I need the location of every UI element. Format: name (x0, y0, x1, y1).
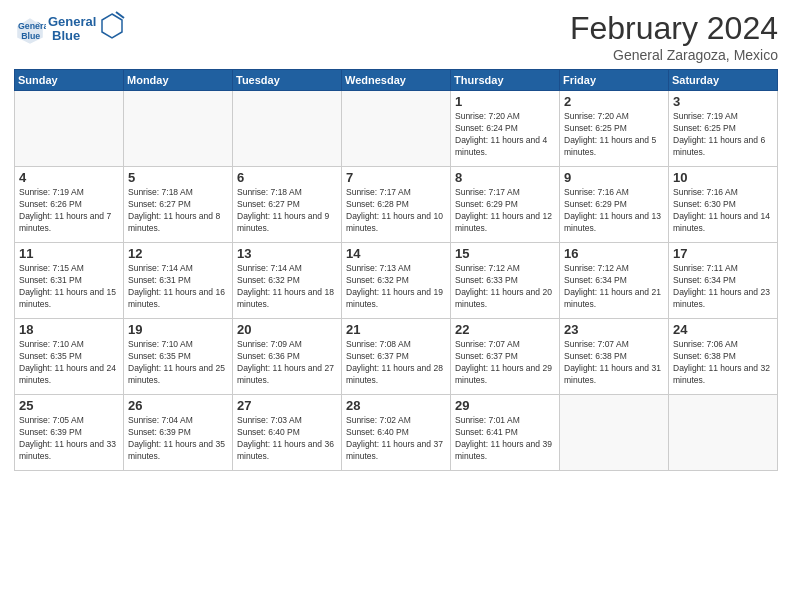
day-number: 6 (237, 170, 337, 185)
calendar-day-cell: 25Sunrise: 7:05 AMSunset: 6:39 PMDayligh… (15, 395, 124, 471)
weekday-header: Friday (560, 70, 669, 91)
day-number: 22 (455, 322, 555, 337)
calendar-day-cell: 7Sunrise: 7:17 AMSunset: 6:28 PMDaylight… (342, 167, 451, 243)
calendar-day-cell: 1Sunrise: 7:20 AMSunset: 6:24 PMDaylight… (451, 91, 560, 167)
calendar-page: General Blue General Blue February 2024 … (0, 0, 792, 612)
day-info: Sunrise: 7:11 AMSunset: 6:34 PMDaylight:… (673, 263, 773, 311)
calendar-day-cell: 19Sunrise: 7:10 AMSunset: 6:35 PMDayligh… (124, 319, 233, 395)
calendar-day-cell: 17Sunrise: 7:11 AMSunset: 6:34 PMDayligh… (669, 243, 778, 319)
day-info: Sunrise: 7:19 AMSunset: 6:25 PMDaylight:… (673, 111, 773, 159)
day-info: Sunrise: 7:06 AMSunset: 6:38 PMDaylight:… (673, 339, 773, 387)
calendar-day-cell: 22Sunrise: 7:07 AMSunset: 6:37 PMDayligh… (451, 319, 560, 395)
day-info: Sunrise: 7:17 AMSunset: 6:28 PMDaylight:… (346, 187, 446, 235)
day-number: 3 (673, 94, 773, 109)
calendar-subtitle: General Zaragoza, Mexico (570, 47, 778, 63)
day-number: 14 (346, 246, 446, 261)
day-number: 5 (128, 170, 228, 185)
calendar-day-cell (15, 91, 124, 167)
day-number: 13 (237, 246, 337, 261)
day-number: 24 (673, 322, 773, 337)
calendar-day-cell: 3Sunrise: 7:19 AMSunset: 6:25 PMDaylight… (669, 91, 778, 167)
day-info: Sunrise: 7:17 AMSunset: 6:29 PMDaylight:… (455, 187, 555, 235)
day-number: 27 (237, 398, 337, 413)
day-number: 1 (455, 94, 555, 109)
day-info: Sunrise: 7:16 AMSunset: 6:29 PMDaylight:… (564, 187, 664, 235)
day-info: Sunrise: 7:14 AMSunset: 6:31 PMDaylight:… (128, 263, 228, 311)
calendar-day-cell: 15Sunrise: 7:12 AMSunset: 6:33 PMDayligh… (451, 243, 560, 319)
calendar-week-row: 18Sunrise: 7:10 AMSunset: 6:35 PMDayligh… (15, 319, 778, 395)
day-info: Sunrise: 7:07 AMSunset: 6:38 PMDaylight:… (564, 339, 664, 387)
calendar-title: February 2024 (570, 10, 778, 47)
calendar-day-cell: 5Sunrise: 7:18 AMSunset: 6:27 PMDaylight… (124, 167, 233, 243)
day-info: Sunrise: 7:20 AMSunset: 6:24 PMDaylight:… (455, 111, 555, 159)
day-info: Sunrise: 7:07 AMSunset: 6:37 PMDaylight:… (455, 339, 555, 387)
calendar-day-cell: 28Sunrise: 7:02 AMSunset: 6:40 PMDayligh… (342, 395, 451, 471)
day-number: 8 (455, 170, 555, 185)
calendar-day-cell: 27Sunrise: 7:03 AMSunset: 6:40 PMDayligh… (233, 395, 342, 471)
day-number: 4 (19, 170, 119, 185)
day-number: 11 (19, 246, 119, 261)
calendar-day-cell (669, 395, 778, 471)
calendar-day-cell: 21Sunrise: 7:08 AMSunset: 6:37 PMDayligh… (342, 319, 451, 395)
calendar-day-cell: 13Sunrise: 7:14 AMSunset: 6:32 PMDayligh… (233, 243, 342, 319)
day-info: Sunrise: 7:14 AMSunset: 6:32 PMDaylight:… (237, 263, 337, 311)
calendar-day-cell: 6Sunrise: 7:18 AMSunset: 6:27 PMDaylight… (233, 167, 342, 243)
day-info: Sunrise: 7:18 AMSunset: 6:27 PMDaylight:… (128, 187, 228, 235)
calendar-day-cell: 14Sunrise: 7:13 AMSunset: 6:32 PMDayligh… (342, 243, 451, 319)
logo: General Blue General Blue (14, 10, 128, 52)
svg-text:Blue: Blue (52, 28, 80, 43)
day-number: 18 (19, 322, 119, 337)
day-number: 20 (237, 322, 337, 337)
day-number: 15 (455, 246, 555, 261)
calendar-day-cell: 9Sunrise: 7:16 AMSunset: 6:29 PMDaylight… (560, 167, 669, 243)
calendar-day-cell: 10Sunrise: 7:16 AMSunset: 6:30 PMDayligh… (669, 167, 778, 243)
logo-icon: General Blue (14, 15, 46, 47)
calendar-day-cell (233, 91, 342, 167)
calendar-day-cell: 18Sunrise: 7:10 AMSunset: 6:35 PMDayligh… (15, 319, 124, 395)
calendar-day-cell: 23Sunrise: 7:07 AMSunset: 6:38 PMDayligh… (560, 319, 669, 395)
calendar-week-row: 11Sunrise: 7:15 AMSunset: 6:31 PMDayligh… (15, 243, 778, 319)
day-info: Sunrise: 7:02 AMSunset: 6:40 PMDaylight:… (346, 415, 446, 463)
day-number: 21 (346, 322, 446, 337)
day-info: Sunrise: 7:15 AMSunset: 6:31 PMDaylight:… (19, 263, 119, 311)
svg-text:Blue: Blue (21, 31, 40, 41)
weekday-header: Tuesday (233, 70, 342, 91)
weekday-header: Saturday (669, 70, 778, 91)
svg-text:General: General (48, 14, 96, 29)
calendar-day-cell: 26Sunrise: 7:04 AMSunset: 6:39 PMDayligh… (124, 395, 233, 471)
day-info: Sunrise: 7:01 AMSunset: 6:41 PMDaylight:… (455, 415, 555, 463)
calendar-day-cell: 24Sunrise: 7:06 AMSunset: 6:38 PMDayligh… (669, 319, 778, 395)
day-info: Sunrise: 7:10 AMSunset: 6:35 PMDaylight:… (19, 339, 119, 387)
calendar-day-cell: 2Sunrise: 7:20 AMSunset: 6:25 PMDaylight… (560, 91, 669, 167)
calendar-day-cell: 12Sunrise: 7:14 AMSunset: 6:31 PMDayligh… (124, 243, 233, 319)
day-number: 12 (128, 246, 228, 261)
day-number: 17 (673, 246, 773, 261)
day-info: Sunrise: 7:04 AMSunset: 6:39 PMDaylight:… (128, 415, 228, 463)
calendar-day-cell: 16Sunrise: 7:12 AMSunset: 6:34 PMDayligh… (560, 243, 669, 319)
weekday-header-row: SundayMondayTuesdayWednesdayThursdayFrid… (15, 70, 778, 91)
calendar-day-cell (560, 395, 669, 471)
day-info: Sunrise: 7:03 AMSunset: 6:40 PMDaylight:… (237, 415, 337, 463)
day-number: 16 (564, 246, 664, 261)
svg-marker-6 (102, 14, 122, 38)
day-info: Sunrise: 7:16 AMSunset: 6:30 PMDaylight:… (673, 187, 773, 235)
day-number: 9 (564, 170, 664, 185)
weekday-header: Wednesday (342, 70, 451, 91)
calendar-day-cell: 20Sunrise: 7:09 AMSunset: 6:36 PMDayligh… (233, 319, 342, 395)
calendar-day-cell (342, 91, 451, 167)
weekday-header: Sunday (15, 70, 124, 91)
day-info: Sunrise: 7:12 AMSunset: 6:33 PMDaylight:… (455, 263, 555, 311)
day-info: Sunrise: 7:18 AMSunset: 6:27 PMDaylight:… (237, 187, 337, 235)
day-number: 19 (128, 322, 228, 337)
day-info: Sunrise: 7:05 AMSunset: 6:39 PMDaylight:… (19, 415, 119, 463)
day-number: 28 (346, 398, 446, 413)
day-number: 7 (346, 170, 446, 185)
day-number: 25 (19, 398, 119, 413)
weekday-header: Monday (124, 70, 233, 91)
day-info: Sunrise: 7:19 AMSunset: 6:26 PMDaylight:… (19, 187, 119, 235)
header: General Blue General Blue February 2024 … (14, 10, 778, 63)
day-number: 23 (564, 322, 664, 337)
day-info: Sunrise: 7:08 AMSunset: 6:37 PMDaylight:… (346, 339, 446, 387)
day-info: Sunrise: 7:12 AMSunset: 6:34 PMDaylight:… (564, 263, 664, 311)
day-info: Sunrise: 7:20 AMSunset: 6:25 PMDaylight:… (564, 111, 664, 159)
